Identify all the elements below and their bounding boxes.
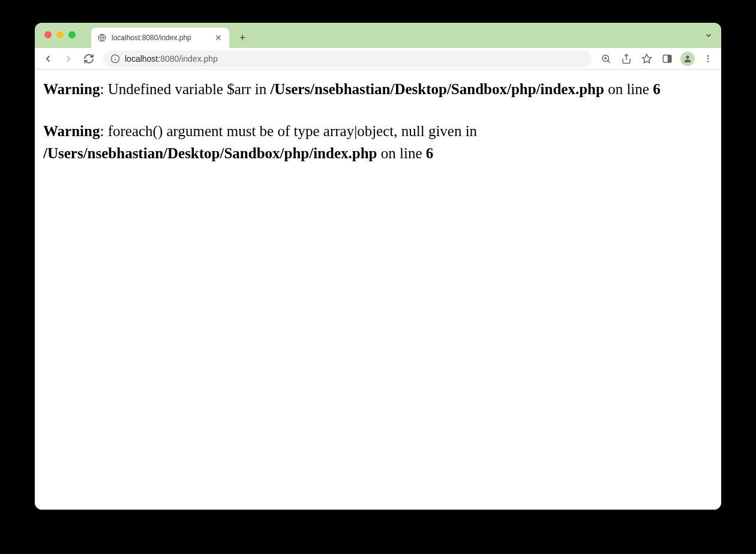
svg-rect-11 [668, 55, 671, 62]
account-button[interactable] [680, 52, 695, 66]
php-warning: Warning: Undefined variable $arr in /Use… [43, 78, 713, 101]
page-viewport: Warning: Undefined variable $arr in /Use… [35, 70, 721, 510]
warning-file: /Users/nsebhastian/Desktop/Sandbox/php/i… [270, 81, 604, 97]
reload-button[interactable] [80, 50, 97, 67]
browser-window: localhost:8080/index.php ✕ + localhost:8… [35, 23, 721, 510]
back-button[interactable] [40, 50, 56, 67]
warning-line-number: 6 [653, 81, 661, 97]
warning-on-line: on line [604, 81, 653, 97]
tabs-dropdown-button[interactable] [704, 31, 713, 42]
globe-icon [97, 33, 107, 43]
svg-line-5 [608, 61, 610, 63]
toolbar: localhost:8080/index.php [35, 48, 721, 70]
site-info-icon[interactable] [110, 54, 120, 64]
svg-marker-9 [643, 54, 652, 62]
share-icon[interactable] [618, 50, 635, 67]
minimize-window-button[interactable] [56, 31, 64, 38]
svg-point-12 [686, 55, 689, 58]
close-tab-button[interactable]: ✕ [214, 33, 223, 43]
maximize-window-button[interactable] [68, 31, 76, 38]
warning-label: Warning [43, 81, 100, 97]
forward-button[interactable] [60, 50, 77, 67]
warning-file: /Users/nsebhastian/Desktop/Sandbox/php/i… [43, 145, 377, 161]
close-window-button[interactable] [44, 31, 52, 38]
address-bar[interactable]: localhost:8080/index.php [103, 50, 592, 67]
traffic-lights [44, 31, 76, 38]
url-path: 8080/index.php [160, 54, 218, 64]
zoom-icon[interactable] [598, 50, 614, 67]
more-menu-button[interactable] [700, 50, 716, 67]
tab-bar: localhost:8080/index.php ✕ + [35, 23, 721, 48]
php-output: Warning: Undefined variable $arr in /Use… [43, 78, 713, 165]
warning-on-line: on line [377, 145, 425, 161]
svg-point-14 [707, 58, 709, 59]
url-host: localhost: [125, 54, 160, 64]
warning-message: : Undefined variable $arr in [100, 81, 270, 97]
new-tab-button[interactable]: + [234, 29, 251, 46]
svg-point-13 [707, 55, 709, 57]
warning-message: : foreach() argument must be of type arr… [100, 123, 477, 139]
warning-line-number: 6 [426, 145, 434, 161]
side-panel-icon[interactable] [659, 50, 676, 67]
php-warning: Warning: foreach() argument must be of t… [43, 120, 713, 165]
warning-label: Warning [43, 123, 100, 139]
url-text: localhost:8080/index.php [125, 54, 218, 64]
browser-tab[interactable]: localhost:8080/index.php ✕ [91, 28, 229, 48]
bookmark-icon[interactable] [638, 50, 655, 67]
tab-title: localhost:8080/index.php [112, 34, 209, 42]
svg-point-15 [707, 61, 709, 62]
